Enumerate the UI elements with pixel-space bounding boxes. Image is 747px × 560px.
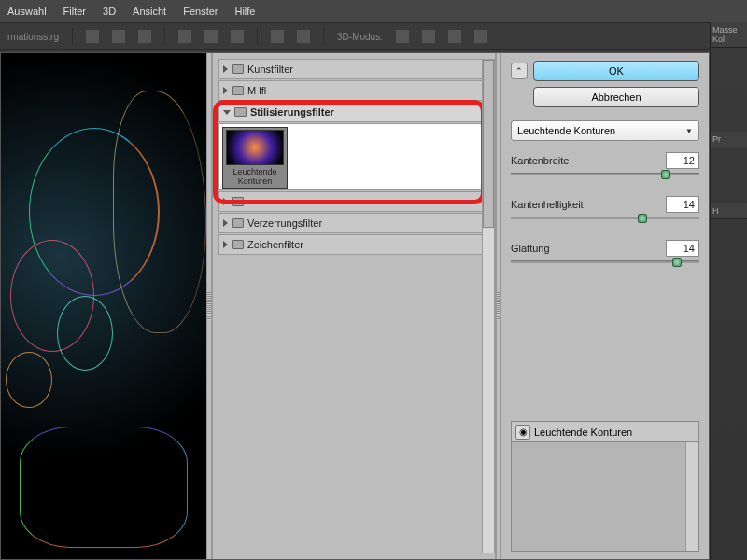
visibility-eye-icon[interactable]: ◉ (515, 425, 530, 440)
distribute-icon[interactable] (297, 30, 310, 43)
scrollbar[interactable] (482, 59, 495, 553)
thumb-preview-icon (226, 130, 284, 165)
slider-knob[interactable] (672, 258, 682, 267)
folder-icon (232, 64, 244, 74)
slider-track[interactable] (511, 260, 699, 263)
scrollbar-thumb[interactable] (483, 60, 494, 228)
slider-value-input[interactable]: 14 (666, 196, 699, 213)
align-icon[interactable] (112, 30, 125, 43)
filter-thumbnails: Leuchtende Konturen (218, 123, 489, 190)
slider-kantenhelligkeit: Kantenhelligkeit 14 (511, 196, 699, 229)
toolbar-3d-label: 3D-Modus: (337, 32, 383, 42)
mode-icon[interactable] (448, 30, 461, 43)
category-zeichenfilter[interactable]: Zeichenfilter (218, 234, 489, 255)
menu-ansicht[interactable]: Ansicht (133, 6, 166, 17)
folder-icon (232, 240, 244, 249)
slider-kantenbreite: Kantenbreite 12 (511, 152, 699, 185)
filter-browser: Kunstfilter M lfl Stilisierungsfilter Le… (212, 53, 496, 559)
separator (257, 28, 258, 45)
folder-icon (232, 197, 244, 206)
filter-thumb-leuchtende-konturen[interactable]: Leuchtende Konturen (222, 127, 288, 189)
category-label: M lfl (247, 85, 266, 96)
effect-layer-row[interactable]: ◉ Leuchtende Konturen (512, 422, 698, 442)
slider-glaettung: Glättung 14 (511, 240, 699, 273)
filter-select[interactable]: Leuchtende Konturen ▼ (511, 120, 699, 141)
menu-filter[interactable]: Filter (63, 6, 86, 17)
preview-image (1, 53, 206, 559)
collapse-toggle[interactable]: ⌃ (511, 63, 528, 79)
scrollbar[interactable] (685, 442, 698, 551)
separator (164, 28, 165, 45)
category-label: Zeichenfilter (247, 239, 303, 250)
slider-label: Glättung (511, 243, 550, 254)
slider-label: Kantenhelligkeit (511, 199, 584, 210)
align-icon[interactable] (138, 30, 151, 43)
filter-select-label: Leuchtende Konturen (517, 125, 615, 136)
folder-icon (232, 218, 244, 228)
category-strukturfilter[interactable] (218, 191, 489, 212)
align-icon[interactable] (86, 30, 99, 43)
mode-icon[interactable] (396, 30, 409, 43)
effect-layers: ◉ Leuchtende Konturen (511, 421, 699, 552)
distribute-icon[interactable] (204, 30, 218, 43)
separator (323, 28, 324, 45)
cancel-button[interactable]: Abbrechen (533, 87, 699, 107)
separator (72, 28, 73, 45)
distribute-icon[interactable] (271, 30, 284, 43)
category-stilisierungsfilter[interactable]: Stilisierungsfilter (218, 102, 489, 122)
category-kunstfilter[interactable]: Kunstfilter (218, 59, 489, 79)
triangle-right-icon (223, 65, 228, 73)
slider-knob[interactable] (638, 214, 647, 223)
slider-value-input[interactable]: 12 (666, 152, 699, 169)
triangle-down-icon (223, 110, 231, 115)
panel-tab[interactable]: Masse Kol (711, 22, 747, 48)
chevron-up-icon: ⌃ (515, 66, 523, 76)
triangle-right-icon (223, 87, 228, 94)
category-verzerrungsfilter[interactable]: Verzerrungsfilter (218, 213, 489, 233)
category-label: Stilisierungsfilter (250, 106, 334, 118)
slider-label: Kantenbreite (511, 155, 569, 166)
slider-track[interactable] (511, 217, 699, 219)
preview-pane[interactable] (1, 53, 206, 559)
chevron-down-icon: ▼ (685, 127, 693, 135)
distribute-icon[interactable] (231, 30, 244, 43)
panel-tab[interactable]: Pr (711, 132, 747, 147)
toolbar-label: rmationsstrg (7, 32, 59, 42)
slider-track[interactable] (511, 173, 699, 175)
mode-icon[interactable] (474, 30, 487, 43)
folder-icon (232, 86, 244, 95)
triangle-right-icon (223, 198, 228, 205)
mode-icon[interactable] (422, 30, 435, 43)
grip-icon (497, 292, 500, 320)
options-toolbar: rmationsstrg 3D-Modus: (0, 22, 747, 50)
folder-icon (234, 107, 247, 117)
menu-fenster[interactable]: Fenster (183, 6, 218, 17)
panel-tab[interactable]: H (711, 203, 747, 219)
grip-icon (207, 292, 211, 320)
slider-value-input[interactable]: 14 (666, 240, 699, 257)
triangle-right-icon (223, 219, 228, 227)
filter-gallery-dialog: Kunstfilter M lfl Stilisierungsfilter Le… (0, 52, 710, 560)
thumb-label: Leuchtende Konturen (225, 167, 285, 186)
right-panel-dock: Masse Kol Pr H (710, 22, 747, 560)
effect-layer-label: Leuchtende Konturen (534, 427, 632, 438)
distribute-icon[interactable] (178, 30, 191, 43)
ok-button[interactable]: OK (533, 61, 699, 81)
menu-3d[interactable]: 3D (103, 6, 116, 17)
controls-pane: ⌃ OK Abbrechen Leuchtende Konturen ▼ Kan… (501, 53, 709, 559)
triangle-right-icon (223, 241, 228, 248)
category-label: Verzerrungsfilter (247, 217, 322, 229)
menu-hilfe[interactable]: Hilfe (234, 6, 255, 17)
category-malfilter[interactable]: M lfl (218, 80, 489, 101)
slider-knob[interactable] (661, 170, 670, 179)
category-label: Kunstfilter (247, 63, 293, 75)
effect-layers-body (512, 442, 685, 551)
menu-auswahl[interactable]: Auswahl (7, 6, 47, 17)
main-menubar: Auswahl Filter 3D Ansicht Fenster Hilfe (0, 0, 747, 22)
